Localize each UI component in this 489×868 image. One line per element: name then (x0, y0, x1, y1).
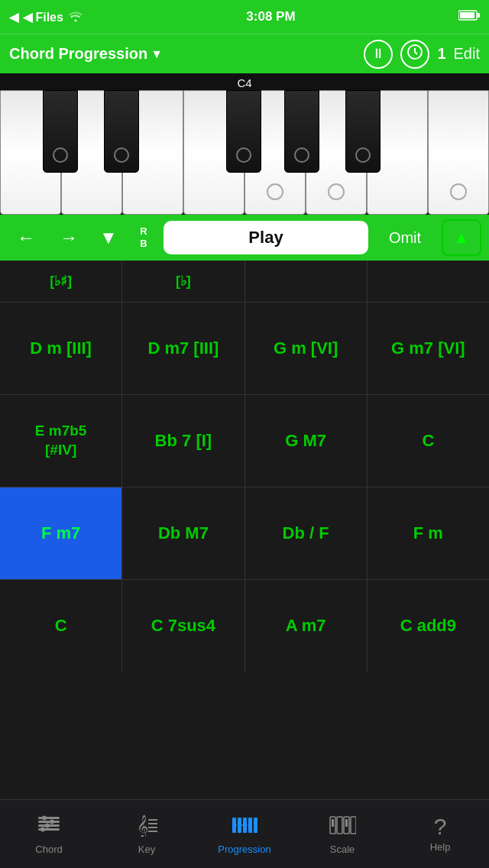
chord-cell-3-0[interactable]: F m7 (0, 487, 122, 579)
status-left: ◀ ◀ Files (9, 10, 83, 24)
tab-key[interactable]: 𝄞 Key (98, 800, 196, 868)
r-label: R (140, 225, 147, 238)
svg-rect-28 (345, 819, 348, 827)
tab-help-label: Help (430, 841, 451, 853)
piano-key-b[interactable] (367, 90, 428, 215)
piano-key-a[interactable] (306, 90, 367, 215)
piano-key-c2[interactable] (428, 90, 489, 215)
left-arrow-button[interactable]: ← (8, 221, 44, 254)
chord-cell-1-0[interactable]: D m [III] (0, 303, 122, 394)
right-arrow-button[interactable]: → (50, 221, 87, 254)
piano-key-a-dot (328, 183, 345, 200)
chord-row-1: D m [III] D m7 [III] G m [VI] G m7 [VI] (0, 303, 489, 395)
chord-cell-4-3[interactable]: C add9 (368, 580, 489, 672)
chord-row-0: [♭♯] [♭] (0, 261, 489, 303)
chord-row-3: F m7 Db M7 Db / F F m (0, 487, 489, 580)
chord-cell-0-2[interactable] (245, 261, 368, 303)
chord-cell-2-1[interactable]: Bb 7 [I] (122, 395, 244, 487)
svg-rect-27 (332, 819, 334, 827)
up-button[interactable]: ▲ (442, 219, 481, 256)
chord-cell-4-1[interactable]: C 7sus4 (122, 580, 244, 672)
chord-row-2: E m7b5[#IV] Bb 7 [I] G M7 C (0, 395, 489, 487)
title-text: Chord Progression (9, 45, 147, 63)
files-text: ◀ Files (23, 10, 63, 24)
piano-keyboard[interactable] (0, 73, 489, 198)
chord-cell-2-0[interactable]: E m7b5[#IV] (0, 395, 122, 487)
status-time: 3:08 PM (246, 9, 295, 24)
chord-cell-1-2[interactable]: G m [VI] (245, 303, 368, 394)
svg-point-10 (45, 823, 50, 828)
wifi-icon (68, 11, 83, 24)
title-dropdown-arrow[interactable]: ▼ (151, 47, 163, 61)
chord-cell-3-2[interactable]: Db / F (245, 487, 368, 579)
svg-rect-4 (38, 817, 60, 819)
chord-cell-2-2[interactable]: G M7 (245, 395, 368, 487)
status-bar: ◀ ◀ Files 3:08 PM (0, 0, 489, 34)
chord-cell-3-1[interactable]: Db M7 (122, 487, 244, 579)
svg-text:𝄞: 𝄞 (137, 815, 148, 837)
tab-scale[interactable]: Scale (293, 800, 391, 868)
svg-rect-26 (351, 817, 356, 834)
header-title[interactable]: Chord Progression ▼ (9, 45, 356, 63)
chord-tab-icon (35, 814, 63, 840)
tab-scale-label: Scale (330, 844, 355, 855)
left-arrow-icon: ← (17, 227, 35, 248)
piano-key-d[interactable] (61, 90, 122, 215)
chord-grid: [♭♯] [♭] D m [III] D m7 [III] G m [VI] G… (0, 261, 489, 672)
tab-help[interactable]: ? Help (391, 800, 489, 868)
chord-cell-2-3[interactable]: C (368, 395, 489, 487)
pause-button[interactable]: ⏸ (364, 40, 393, 69)
scale-tab-icon (329, 814, 356, 840)
omit-button[interactable]: Omit (374, 221, 436, 254)
chord-cell-3-3[interactable]: F m (368, 487, 489, 579)
piano-label: C4 (237, 76, 251, 89)
svg-point-11 (40, 827, 45, 831)
svg-rect-1 (460, 12, 474, 18)
piano-key-g[interactable] (244, 90, 306, 215)
chord-cell-1-3[interactable]: G m7 [VI] (368, 303, 489, 394)
chord-cell-0-3[interactable] (368, 261, 489, 303)
dropdown-arrow-icon: ▼ (99, 227, 118, 248)
svg-point-9 (50, 819, 54, 824)
dropdown-button[interactable]: ▼ (93, 221, 124, 254)
chord-cell-1-1[interactable]: D m7 [III] (122, 303, 244, 394)
app-header: Chord Progression ▼ ⏸ 1 Edit (0, 34, 489, 73)
piano-key-c[interactable] (0, 90, 61, 215)
chord-cell-0-0[interactable]: [♭♯] (0, 261, 122, 303)
key-tab-icon: 𝄞 (133, 814, 160, 840)
history-button[interactable] (400, 40, 429, 69)
tab-progression[interactable]: Progression (196, 800, 293, 868)
svg-rect-24 (337, 817, 342, 834)
b-label: B (140, 238, 147, 250)
piano-container: C4 (0, 73, 489, 215)
tab-progression-label: Progression (218, 844, 270, 855)
tab-key-label: Key (138, 844, 155, 855)
piano-key-f[interactable] (183, 90, 244, 215)
play-button[interactable]: Play (164, 221, 368, 254)
edit-button[interactable]: Edit (454, 45, 480, 63)
clock-icon (406, 44, 423, 64)
svg-rect-2 (478, 13, 480, 18)
battery-icon (458, 9, 480, 24)
piano-key-e[interactable] (122, 90, 183, 215)
piano-key-g-dot (267, 183, 283, 200)
chord-cell-4-2[interactable]: A m7 (245, 580, 368, 672)
progression-tab-icon (231, 814, 258, 840)
controls-row: ← → ▼ R B Play Omit ▲ (0, 215, 489, 261)
status-right (458, 9, 480, 24)
chord-row-4: C C 7sus4 A m7 C add9 (0, 580, 489, 672)
svg-rect-5 (38, 821, 60, 823)
svg-point-8 (42, 815, 47, 820)
pause-icon: ⏸ (371, 46, 385, 62)
header-count: 1 (437, 45, 445, 63)
right-arrow-icon: → (60, 227, 78, 248)
tab-chord[interactable]: Chord (0, 800, 98, 868)
help-tab-icon: ? (434, 815, 447, 838)
chord-cell-0-1[interactable]: [♭] (122, 261, 244, 303)
up-arrow-icon: ▲ (453, 228, 470, 248)
chord-cell-4-0[interactable]: C (0, 580, 122, 672)
back-arrow: ◀ (9, 10, 18, 24)
piano-key-c2-dot (450, 183, 467, 200)
tab-bar: Chord 𝄞 Key Progression (0, 799, 489, 868)
rb-badge: R B (130, 221, 157, 254)
